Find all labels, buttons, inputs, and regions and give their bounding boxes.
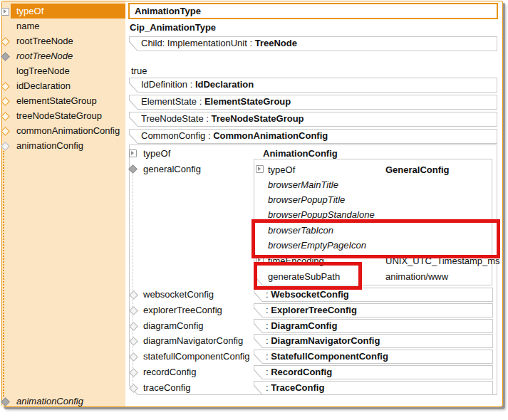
generalconfig-label[interactable]: generalConfig bbox=[143, 162, 201, 177]
treenodestate-box[interactable]: TreeNodeState : TreeNodeStateGroup bbox=[129, 112, 497, 127]
sidebar-item-typeof[interactable]: typeOf bbox=[11, 4, 125, 19]
websocketconfig-box[interactable]: : WebsocketConfig bbox=[254, 288, 493, 302]
diagramnavigatorconfig-label[interactable]: diagramNavigatorConfig bbox=[143, 334, 243, 348]
selected-type-box[interactable]: AnimationType bbox=[128, 3, 498, 19]
sidebar-item-name[interactable]: name bbox=[11, 19, 125, 33]
diagramconfig-label[interactable]: diagramConfig bbox=[143, 319, 204, 333]
sidebar-item-treenodestategroup[interactable]: treeNodeStateGroup bbox=[11, 108, 125, 123]
commonconfig-box[interactable]: CommonConfig : CommonAnimationConfig bbox=[129, 129, 497, 144]
general-typeof-label[interactable]: typeOf bbox=[268, 163, 295, 177]
diagramnavigatorconfig-box[interactable]: : DiagramNavigatorConfig bbox=[254, 334, 493, 348]
sidebar: typeOf name rootTreeNode rootTreeNode lo… bbox=[2, 1, 125, 406]
sidebar-footer-animationconfig[interactable]: animationConfig bbox=[11, 394, 125, 409]
iddefinition-box[interactable]: IdDefinition : IdDeclaration bbox=[129, 78, 497, 93]
boolean-value: true bbox=[131, 64, 147, 78]
expand-toggle-icon[interactable] bbox=[256, 165, 264, 173]
properties-panel: typeOf name rootTreeNode rootTreeNode lo… bbox=[1, 1, 503, 407]
sidebar-item-roottreenode-ref[interactable]: rootTreeNode bbox=[11, 48, 125, 63]
sidebar-item-animationconfig[interactable]: animationConfig bbox=[11, 138, 125, 153]
sidebar-tree-dotted-line bbox=[3, 151, 4, 397]
recordconfig-label[interactable]: recordConfig bbox=[143, 365, 196, 379]
child-implementationunit-box[interactable]: Child: ImplementationUnit : TreeNode bbox=[129, 36, 497, 51]
sidebar-item-elementstategroup[interactable]: elementStateGroup bbox=[11, 93, 125, 108]
sidebar-item-iddeclaration[interactable]: idDeclaration bbox=[11, 78, 125, 93]
generatesubpath-value: animation/www bbox=[385, 270, 448, 284]
diagramconfig-box[interactable]: : DiagramConfig bbox=[254, 319, 493, 333]
sidebar-item-roottreenode[interactable]: rootTreeNode bbox=[11, 33, 125, 48]
sidebar-item-logtreenode[interactable]: logTreeNode bbox=[11, 63, 125, 78]
annotation-highlight-generatesubpath bbox=[254, 262, 362, 290]
sidebar-item-commonanimationconfig[interactable]: commonAnimationConfig bbox=[11, 123, 125, 138]
general-typeof-value: GeneralConfig bbox=[385, 163, 450, 177]
explorertreeconfig-box[interactable]: : ExplorerTreeConfig bbox=[254, 303, 493, 317]
expand-toggle-icon[interactable] bbox=[129, 149, 137, 157]
browsermaintitle-label[interactable]: browserMainTitle bbox=[268, 178, 338, 192]
statefullcomponentconfig-label[interactable]: statefullComponentConfig bbox=[143, 350, 250, 364]
explorertreeconfig-label[interactable]: explorerTreeConfig bbox=[143, 303, 222, 317]
elementstate-box[interactable]: ElementState : ElementStateGroup bbox=[129, 95, 497, 110]
expand-toggle-icon[interactable] bbox=[1, 8, 9, 16]
traceconfig-label[interactable]: traceConfig bbox=[143, 381, 190, 395]
config-typeof-label[interactable]: typeOf bbox=[143, 147, 170, 161]
type-heading: Cip_AnimationType bbox=[130, 21, 216, 35]
annotation-highlight-browser-icons bbox=[252, 219, 500, 258]
recordconfig-box[interactable]: : RecordConfig bbox=[254, 365, 493, 379]
config-typeof-value: AnimationConfig bbox=[263, 147, 338, 161]
websocketconfig-label[interactable]: websocketConfig bbox=[143, 288, 214, 302]
statefullcomponentconfig-box[interactable]: : StatefullComponentConfig bbox=[254, 350, 493, 364]
browserpopuptitle-label[interactable]: browserPopupTitle bbox=[268, 193, 345, 207]
traceconfig-box[interactable]: : TraceConfig bbox=[254, 381, 493, 395]
